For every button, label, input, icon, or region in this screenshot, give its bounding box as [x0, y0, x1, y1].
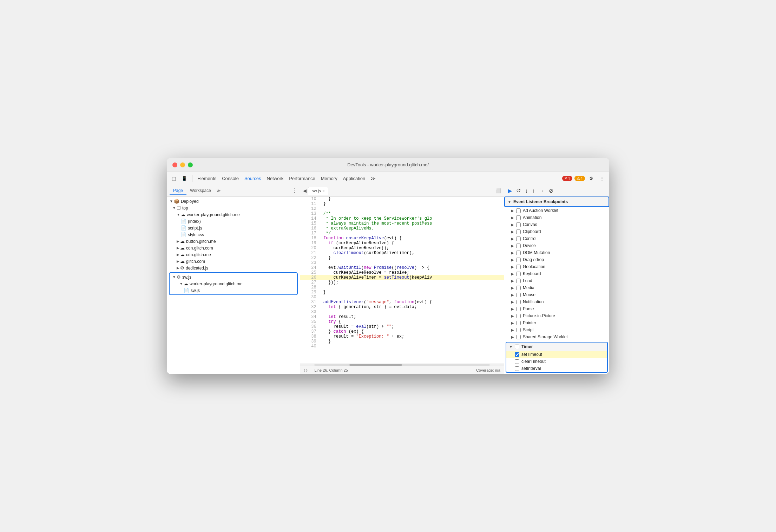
- tree-item-deployed[interactable]: ▼ 📦 Deployed: [167, 198, 300, 205]
- event-listener-breakpoints-header[interactable]: ▼ Event Listener Breakpoints: [504, 197, 609, 207]
- bp-item-notification[interactable]: ▶ Notification: [504, 298, 609, 305]
- tab-memory[interactable]: Memory: [319, 174, 340, 182]
- bp-item-canvas[interactable]: ▶ Canvas: [504, 221, 609, 228]
- tree-item-top[interactable]: ▼ ☐ top: [167, 205, 300, 211]
- tab-network[interactable]: Network: [265, 174, 286, 182]
- bp-check-load[interactable]: [516, 279, 521, 283]
- bp-arrow-pointer: ▶: [511, 321, 514, 325]
- bp-item-geolocation[interactable]: ▶ Geolocation: [504, 263, 609, 270]
- bp-label-pip: Picture-in-Picture: [523, 313, 555, 318]
- bp-item-load[interactable]: ▶ Load: [504, 277, 609, 284]
- settings-btn[interactable]: ⚙: [587, 174, 596, 182]
- bp-check-media[interactable]: [516, 286, 521, 290]
- more-tabs-btn[interactable]: ≫: [369, 174, 378, 182]
- bp-check-shared-storage[interactable]: [516, 335, 521, 339]
- sub-dots-btn[interactable]: ⋮: [291, 187, 297, 194]
- deactivate-btn[interactable]: ⊘: [548, 187, 554, 195]
- label-sw-js-file: sw.js: [191, 288, 200, 293]
- tab-elements[interactable]: Elements: [195, 174, 218, 182]
- bp-item-dom-mutation[interactable]: ▶ DOM Mutation: [504, 249, 609, 256]
- bp-item-shared-storage[interactable]: ▶ Shared Storage Worklet: [504, 333, 609, 340]
- close-button[interactable]: [172, 162, 177, 167]
- tree-item-worker-playground[interactable]: ▼ ☁ worker-playground.glitch.me: [167, 211, 300, 218]
- bp-label-media: Media: [523, 285, 534, 290]
- maximize-button[interactable]: [188, 162, 193, 167]
- tree-item-sw-js-root[interactable]: ▼ ⚙ sw.js: [170, 274, 297, 280]
- resume-btn[interactable]: ▶: [507, 187, 513, 195]
- step-into-btn[interactable]: ↓: [524, 187, 528, 195]
- bp-check-dom-mutation[interactable]: [516, 251, 521, 255]
- bp-item-ad-auction[interactable]: ▶ Ad Auction Worklet: [504, 207, 609, 214]
- bp-check-drag-drop[interactable]: [516, 258, 521, 262]
- tree-item-cdn-glitch-com[interactable]: ▶ ☁ cdn.glitch.com: [167, 245, 300, 251]
- horizontal-scrollbar[interactable]: [300, 364, 504, 366]
- editor-expand-btn[interactable]: ⬜: [494, 187, 502, 195]
- bp-check-notification[interactable]: [516, 300, 521, 304]
- bp-check-pip[interactable]: [516, 314, 521, 318]
- bp-check-parse[interactable]: [516, 307, 521, 311]
- label-deployed: Deployed: [181, 199, 199, 204]
- tab-sources[interactable]: Sources: [242, 174, 263, 182]
- tab-console[interactable]: Console: [220, 174, 241, 182]
- tab-application[interactable]: Application: [341, 174, 368, 182]
- bp-check-pointer[interactable]: [516, 321, 521, 325]
- bp-check-geolocation[interactable]: [516, 265, 521, 269]
- bp-item-mouse[interactable]: ▶ Mouse: [504, 291, 609, 298]
- bp-check-mouse[interactable]: [516, 293, 521, 297]
- bp-check-keyboard[interactable]: [516, 272, 521, 276]
- tree-item-dedicated-js[interactable]: ▶ ⚙ dedicated.js: [167, 265, 300, 271]
- bp-check-script[interactable]: [516, 328, 521, 332]
- bp-item-keyboard[interactable]: ▶ Keyboard: [504, 270, 609, 277]
- sub-tab-workspace[interactable]: Workspace: [186, 187, 215, 195]
- tree-item-sw-worker-playground[interactable]: ▼ ☁ worker-playground.glitch.me: [170, 280, 297, 287]
- editor-tab-close-btn[interactable]: ×: [322, 189, 324, 193]
- bp-check-ad-auction[interactable]: [516, 208, 521, 213]
- bp-check-device[interactable]: [516, 244, 521, 248]
- tree-item-glitch-com[interactable]: ▶ ☁ glitch.com: [167, 258, 300, 265]
- more-vert-btn[interactable]: ⋮: [598, 174, 606, 182]
- minimize-button[interactable]: [180, 162, 185, 167]
- bp-item-animation[interactable]: ▶ Animation: [504, 214, 609, 221]
- step-btn[interactable]: →: [538, 187, 545, 195]
- bp-item-drag-drop[interactable]: ▶ Drag / drop: [504, 256, 609, 263]
- sub-more-btn[interactable]: ≫: [215, 187, 223, 194]
- scrollbar-thumb[interactable]: [349, 364, 402, 366]
- code-area[interactable]: 10 } 11 } 12 13 /**: [300, 197, 504, 364]
- editor-tab-sw-js[interactable]: sw.js ×: [308, 187, 328, 195]
- tree-item-script-js[interactable]: 📄 script.js: [167, 225, 300, 231]
- timer-check-settimeout[interactable]: [515, 352, 519, 357]
- timer-header-check[interactable]: [515, 345, 519, 349]
- bp-check-animation[interactable]: [516, 215, 521, 220]
- bp-item-pip[interactable]: ▶ Picture-in-Picture: [504, 312, 609, 319]
- editor-tab-prev-btn[interactable]: ◀: [302, 187, 308, 195]
- step-over-btn[interactable]: ↺: [515, 187, 521, 195]
- timer-item-setinterval[interactable]: setInterval: [506, 365, 607, 372]
- bp-item-device[interactable]: ▶ Device: [504, 242, 609, 249]
- tab-performance[interactable]: Performance: [287, 174, 317, 182]
- bp-check-canvas[interactable]: [516, 222, 521, 227]
- tree-item-sw-js-file[interactable]: 📄 sw.js: [170, 287, 297, 294]
- step-out-btn[interactable]: ↑: [531, 187, 535, 195]
- bp-arrow-parse: ▶: [511, 307, 514, 311]
- bp-check-clipboard[interactable]: [516, 230, 521, 234]
- device-icon-btn[interactable]: 📱: [179, 174, 189, 182]
- format-icon-btn[interactable]: { }: [304, 368, 307, 372]
- bp-item-script[interactable]: ▶ Script: [504, 326, 609, 333]
- bp-item-pointer[interactable]: ▶ Pointer: [504, 319, 609, 326]
- timer-item-settimeout[interactable]: setTimeout: [506, 351, 607, 358]
- bp-item-parse[interactable]: ▶ Parse: [504, 305, 609, 312]
- timer-header[interactable]: ▼ Timer: [506, 343, 607, 351]
- tree-item-cdn-glitch-me[interactable]: ▶ ☁ cdn.glitch.me: [167, 251, 300, 258]
- timer-item-cleartimeout[interactable]: clearTimeout: [506, 358, 607, 365]
- tree-item-button-glitch-me[interactable]: ▶ ☁ button.glitch.me: [167, 238, 300, 245]
- bp-item-clipboard[interactable]: ▶ Clipboard: [504, 228, 609, 235]
- tree-item-style-css[interactable]: 📄 style.css: [167, 231, 300, 238]
- bp-item-control[interactable]: ▶ Control: [504, 235, 609, 242]
- inspector-icon-btn[interactable]: ⬚: [170, 174, 178, 182]
- tree-item-index[interactable]: 📄 (index): [167, 218, 300, 225]
- bp-item-media[interactable]: ▶ Media: [504, 284, 609, 291]
- timer-check-cleartimeout[interactable]: [515, 359, 519, 364]
- sub-tab-page[interactable]: Page: [170, 187, 186, 195]
- timer-check-setinterval[interactable]: [515, 366, 519, 371]
- bp-check-control[interactable]: [516, 237, 521, 241]
